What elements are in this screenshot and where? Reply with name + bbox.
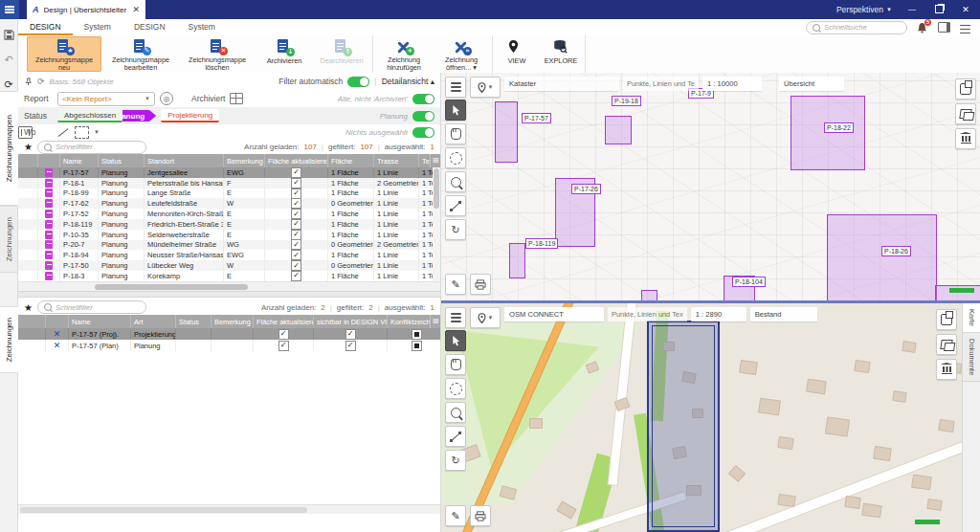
wo-line-icon[interactable]: [57, 127, 70, 138]
checkbox-flaeche-aktualisieren[interactable]: ✓: [291, 188, 301, 199]
ribbon-button-zeichnung-öffnen[interactable]: »Zeichnung öffnen... ▾: [434, 36, 489, 72]
buildings-button[interactable]: [936, 359, 957, 380]
map-feature-rect-p-17-57[interactable]: [495, 101, 518, 163]
panel-splitter[interactable]: [18, 291, 440, 298]
polygons-button[interactable]: [936, 334, 957, 355]
archive-grid-icon[interactable]: [230, 93, 243, 104]
layout-panel-icon[interactable]: [938, 22, 950, 33]
checkbox-flaeche-aktualisieren[interactable]: ✓: [278, 341, 289, 351]
checkbox-flaeche-aktualisieren[interactable]: ✓: [291, 219, 301, 230]
favorite-filter-icon[interactable]: ★: [24, 142, 33, 152]
checkbox-flaeche-aktualisieren[interactable]: ✓: [291, 240, 301, 251]
status-chip-abgeschlossen[interactable]: Abgeschlossen: [57, 109, 122, 122]
map-locate-button[interactable]: ▼: [470, 77, 501, 98]
map-feature-label[interactable]: P-18-104: [732, 277, 766, 287]
table-row[interactable]: P-18-1PlanungPetersstraße bis Hansastraß…: [18, 178, 440, 188]
overview-map[interactable]: ▼ Kataster Punkte, Linien und Te 1 : 100…: [441, 73, 980, 300]
table-row[interactable]: P-18-119PlanungFriedrich-Ebert-Straße 34…: [18, 219, 440, 230]
map-layer-select[interactable]: OSM CONNECT: [504, 307, 604, 321]
map-view-select[interactable]: Übersicht: [779, 77, 844, 91]
checkbox-flaeche-aktualisieren[interactable]: ✓: [291, 198, 301, 209]
map-menu-button[interactable]: [445, 77, 466, 98]
map-feature-rect-p-18-26[interactable]: [827, 214, 937, 300]
map-menu-button[interactable]: [445, 307, 466, 328]
checkbox-flaeche-aktualisieren[interactable]: ✓: [278, 329, 289, 340]
map-locate-button[interactable]: ▼: [470, 307, 501, 328]
detail-view-toggle[interactable]: Detailansicht ▴: [382, 77, 434, 86]
checkbox-konfliktzeichnung[interactable]: [412, 341, 422, 351]
table-horizontal-scrollbar[interactable]: [18, 504, 440, 514]
window-restore-button[interactable]: [932, 5, 946, 15]
checkbox-konfliktzeichnung[interactable]: [412, 329, 422, 340]
ribbon-button-view[interactable]: VIEW: [496, 36, 538, 72]
checkbox-flaeche-aktualisieren[interactable]: ✓: [291, 178, 301, 188]
table-row[interactable]: P-18-99PlanungLange StraßeE✓1 Fläche1 Li…: [18, 188, 440, 199]
map-scale-input[interactable]: 1 : 2890: [691, 307, 746, 321]
lasso-select-button[interactable]: [445, 147, 466, 168]
checkbox-flaeche-aktualisieren[interactable]: ✓: [291, 250, 301, 260]
favorite-filter-icon[interactable]: ★: [24, 302, 33, 313]
quickfilter-input[interactable]: Schnellfilter: [37, 300, 146, 314]
layers-button[interactable]: [955, 78, 976, 100]
pin-filter-icon[interactable]: [24, 78, 33, 86]
pan-tool-button[interactable]: [445, 123, 466, 144]
checkbox-flaeche-aktualisieren[interactable]: ✓: [291, 271, 301, 281]
document-tab[interactable]: A Design | Übersichtsleiter ✕: [27, 0, 145, 19]
status-chip-projektierung[interactable]: Projektierung: [161, 109, 219, 122]
ribbon-button-zeichnung-hinzufügen[interactable]: +Zeichnung hinzufügen: [376, 36, 432, 72]
report-settings-icon[interactable]: ◎: [160, 92, 173, 105]
print-button[interactable]: [470, 274, 491, 295]
table-horizontal-scrollbar[interactable]: [18, 281, 440, 291]
zoom-tool-button[interactable]: [445, 402, 466, 423]
table-row[interactable]: P-18-3PlanungKorekampE✓1 Fläche1 Linie1 …: [18, 271, 440, 281]
measure-tool-button[interactable]: [445, 195, 466, 216]
notifications-bell-icon[interactable]: 5: [917, 22, 928, 33]
table-row[interactable]: ✕P-17-57 (Proj).Projektierung✓✓1 Fläche: [18, 328, 440, 340]
pan-tool-button[interactable]: [445, 354, 466, 375]
map-scale-input[interactable]: 1 : 10000: [702, 77, 762, 91]
select-tool-button[interactable]: [445, 330, 466, 351]
quick-search-input[interactable]: Schnellsuche: [806, 21, 907, 34]
map-selection-rect[interactable]: [647, 321, 720, 532]
main-menu-icon[interactable]: [960, 25, 970, 30]
layers-button[interactable]: [936, 309, 957, 330]
menu-item-design[interactable]: DESIGN: [122, 19, 177, 35]
rotate-select-button[interactable]: ↻: [445, 219, 466, 240]
table-row[interactable]: P-18-94PlanungNeusser Straße/Hansastraße…: [18, 250, 440, 260]
map-view-select[interactable]: Bestand: [750, 307, 817, 321]
print-button[interactable]: [470, 505, 491, 526]
checkbox-sichtbar-design-view[interactable]: ✓: [345, 341, 356, 351]
menu-item-system[interactable]: System: [177, 19, 227, 35]
tab-close-icon[interactable]: ✕: [132, 5, 140, 14]
sidebar-tab-zeichnungen[interactable]: Zeichnungen: [0, 206, 18, 273]
ribbon-button-zeichnungsmappe-bearbeiten[interactable]: ✎Zeichnungsmappe bearbeiten: [103, 36, 178, 72]
map-feature-rect[interactable]: [641, 290, 657, 300]
detail-map[interactable]: ▼ OSM CONNECT Punkte, Linien und Tex 1 :…: [441, 303, 980, 532]
table-row[interactable]: P-20-7PlanungMündelheimer StraßeWG✓0 Geo…: [18, 240, 440, 251]
ribbon-button-zeichnungsmappe-löschen[interactable]: ✕Zeichnungsmappe löschen: [180, 36, 255, 72]
polygons-button[interactable]: [955, 103, 976, 124]
map-feature-rect-p-18-22[interactable]: [791, 96, 865, 170]
map-tab-karte[interactable]: Karte: [963, 303, 980, 333]
app-logo-icon[interactable]: [0, 0, 19, 19]
map-feature-label[interactable]: P-18-119: [525, 238, 558, 249]
checkbox-flaeche-aktualisieren[interactable]: ✓: [291, 167, 301, 178]
edit-tool-button[interactable]: ✎: [445, 274, 466, 295]
wo-polygon-icon[interactable]: [75, 126, 89, 139]
report-select[interactable]: <Kein Report>▼: [57, 92, 155, 106]
map-tab-dokumente[interactable]: Dokumente: [963, 333, 980, 382]
table-vertical-scrollbar[interactable]: [433, 167, 440, 281]
table-row[interactable]: P-10-35PlanungSeidenweberstraßeE✓1 Fläch…: [18, 230, 440, 240]
map-feature-label[interactable]: P-17-57: [522, 113, 551, 123]
table-settings-icon[interactable]: ⊞: [430, 154, 440, 167]
ribbon-button-explore[interactable]: EXPLORE: [540, 36, 582, 72]
ribbon-button-zeichnungsmappe-neu[interactable]: ★Zeichnungsmappe neu: [27, 36, 101, 72]
table-settings-icon[interactable]: ⊞: [430, 315, 440, 328]
map-feature-rect-p-19-18[interactable]: [605, 116, 632, 144]
ribbon-button-archivieren[interactable]: ↓Archivieren: [256, 36, 312, 72]
measure-tool-button[interactable]: [445, 426, 466, 447]
map-feature-label[interactable]: P-18-22: [824, 122, 854, 133]
buildings-button[interactable]: [955, 128, 976, 149]
reload-basis-icon[interactable]: ⟳: [37, 77, 45, 86]
sidebar-tab-zeichnungen[interactable]: Zeichnungen: [0, 306, 18, 373]
